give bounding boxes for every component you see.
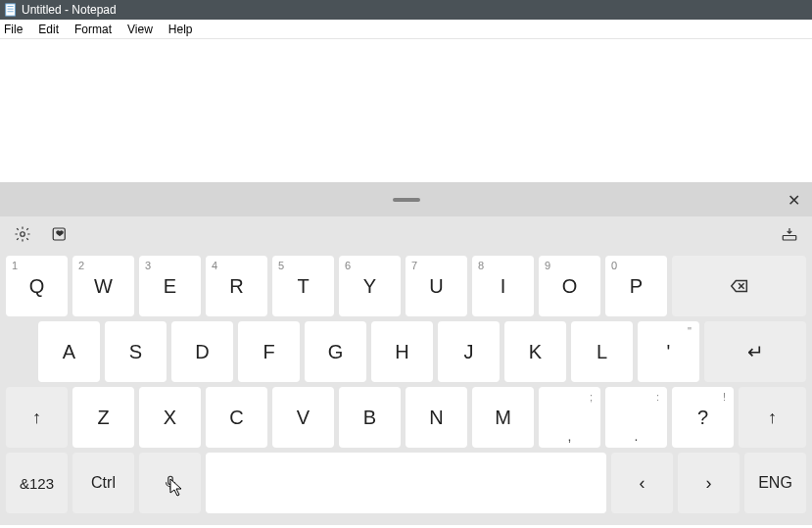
key-microphone[interactable] — [139, 453, 201, 513]
key-r[interactable]: 4R — [206, 256, 267, 316]
titlebar: Untitled - Notepad — [0, 0, 812, 20]
menu-format[interactable]: Format — [67, 21, 119, 38]
key-b[interactable]: B — [339, 387, 401, 448]
key-w[interactable]: 2W — [72, 256, 134, 316]
key-u[interactable]: 7U — [406, 256, 467, 316]
key-l[interactable]: L — [571, 321, 633, 382]
favorite-icon[interactable] — [51, 225, 69, 243]
menubar: File Edit Format View Help — [0, 20, 812, 39]
key-q[interactable]: 1Q — [6, 256, 68, 316]
key-language[interactable]: ENG — [744, 453, 806, 513]
key-apostrophe[interactable]: "' — [638, 321, 699, 382]
key-d[interactable]: D — [171, 321, 233, 382]
key-z[interactable]: Z — [72, 387, 134, 448]
key-v[interactable]: V — [272, 387, 334, 448]
shift-icon: ↑ — [768, 408, 777, 428]
keyboard-toolbar — [0, 216, 812, 251]
key-n[interactable]: N — [406, 387, 467, 448]
key-f[interactable]: F — [238, 321, 300, 382]
key-y[interactable]: 6Y — [339, 256, 401, 316]
key-a[interactable]: A — [38, 321, 100, 382]
microphone-icon — [162, 474, 179, 492]
keyboard-row-4: &123 Ctrl ‹ › ENG — [6, 453, 806, 513]
key-period[interactable]: :. — [605, 387, 667, 448]
enter-icon: ↵ — [747, 340, 764, 363]
menu-edit[interactable]: Edit — [30, 21, 67, 38]
key-arrow-right[interactable]: › — [678, 453, 740, 513]
key-s[interactable]: S — [105, 321, 167, 382]
keyboard-close-button[interactable]: ✕ — [788, 190, 800, 209]
key-question[interactable]: !? — [672, 387, 734, 448]
keyboard-grip-handle[interactable] — [393, 198, 420, 202]
chevron-right-icon: › — [706, 473, 712, 494]
keyboard-row-3: ↑ Z X C V B N M ;, :. !? ↑ — [6, 387, 806, 448]
key-arrow-left[interactable]: ‹ — [611, 453, 673, 513]
shift-icon: ↑ — [32, 408, 41, 428]
svg-rect-9 — [167, 476, 172, 484]
key-ctrl[interactable]: Ctrl — [72, 453, 134, 513]
backspace-icon — [729, 275, 750, 297]
menu-help[interactable]: Help — [161, 21, 201, 38]
key-g[interactable]: G — [305, 321, 366, 382]
key-i[interactable]: 8I — [472, 256, 534, 316]
window-title: Untitled - Notepad — [22, 3, 117, 17]
key-space[interactable] — [206, 453, 606, 513]
key-shift-right[interactable]: ↑ — [739, 387, 806, 448]
key-enter[interactable]: ↵ — [704, 321, 806, 382]
key-c[interactable]: C — [206, 387, 267, 448]
svg-rect-0 — [6, 4, 16, 16]
key-m[interactable]: M — [472, 387, 534, 448]
svg-rect-6 — [783, 235, 796, 240]
svg-point-4 — [21, 231, 25, 236]
chevron-left-icon: ‹ — [640, 473, 645, 494]
text-area[interactable] — [0, 39, 812, 182]
key-k[interactable]: K — [504, 321, 566, 382]
onscreen-keyboard: ✕ — [0, 182, 812, 525]
key-h[interactable]: H — [371, 321, 433, 382]
key-p[interactable]: 0P — [605, 256, 667, 316]
keyboard-rows: 1Q 2W 3E 4R 5T 6Y 7U 8I 9O 0P A — [0, 256, 812, 525]
key-x[interactable]: X — [139, 387, 201, 448]
key-j[interactable]: J — [438, 321, 500, 382]
keyboard-topbar: ✕ — [0, 182, 812, 216]
key-shift-left[interactable]: ↑ — [6, 387, 68, 448]
menu-file[interactable]: File — [0, 21, 30, 38]
keyboard-row-2: A S D F G H J K L "' ↵ — [6, 321, 806, 382]
notepad-icon — [4, 3, 18, 17]
keyboard-row-1: 1Q 2W 3E 4R 5T 6Y 7U 8I 9O 0P — [6, 256, 806, 316]
menu-view[interactable]: View — [119, 21, 161, 38]
key-e[interactable]: 3E — [139, 256, 201, 316]
dock-keyboard-icon[interactable] — [781, 225, 798, 243]
key-comma[interactable]: ;, — [539, 387, 600, 448]
key-backspace[interactable] — [672, 256, 806, 316]
key-o[interactable]: 9O — [539, 256, 600, 316]
key-t[interactable]: 5T — [272, 256, 334, 316]
settings-icon[interactable] — [14, 225, 31, 243]
key-symbols[interactable]: &123 — [6, 453, 68, 513]
